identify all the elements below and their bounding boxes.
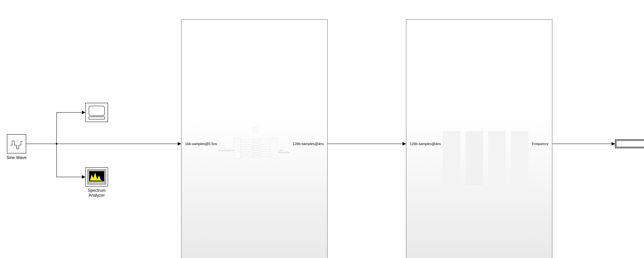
svg-rect-17 — [253, 146, 260, 148]
simulink-canvas[interactable]: Sine Wave Spectrum Analyzer 16b-samples@… — [0, 0, 644, 258]
subsystem2-port-out: Frequency — [532, 142, 549, 146]
subsystem1-port-in: 16b-samples@0.5ns — [185, 142, 217, 146]
scope-icon — [86, 103, 108, 122]
subsystem2-port-in: 128b-samples@4ns — [410, 142, 441, 146]
svg-rect-18 — [253, 148, 260, 150]
spectrum-label-line1: Spectrum — [88, 188, 106, 193]
spectrum-analyzer-block[interactable] — [86, 167, 108, 186]
subsystem1-internal-preview: 16b-samples@0.5ns 128b-samples@4ns — [227, 134, 282, 162]
svg-rect-16 — [253, 143, 260, 145]
subsystem-generator[interactable]: 16b-samples@0.5ns 128b-samples@4ns 16b-s… — [181, 19, 328, 258]
svg-rect-20 — [253, 153, 260, 155]
scope-block[interactable] — [86, 103, 108, 122]
svg-point-23 — [56, 143, 58, 145]
sine-wave-icon — [7, 134, 26, 153]
spectrum-analyzer-icon — [86, 168, 108, 186]
svg-rect-5 — [89, 182, 104, 184]
display-block[interactable] — [615, 140, 644, 148]
svg-rect-1 — [89, 117, 104, 119]
svg-rect-19 — [253, 150, 260, 152]
svg-rect-15 — [253, 141, 260, 142]
svg-rect-14 — [253, 138, 260, 140]
sine-wave-block[interactable] — [7, 134, 26, 154]
subsystem1-port-out: 128b-samples@4ns — [293, 142, 324, 146]
spectrum-analyzer-label: Spectrum Analyzer — [82, 188, 112, 198]
subsystem-fft[interactable]: 128b-samples@4ns Frequency — [406, 19, 552, 258]
spectrum-label-line2: Analyzer — [88, 193, 105, 198]
svg-rect-0 — [89, 106, 104, 116]
svg-rect-21 — [253, 156, 260, 157]
sine-wave-label: Sine Wave — [4, 155, 30, 160]
